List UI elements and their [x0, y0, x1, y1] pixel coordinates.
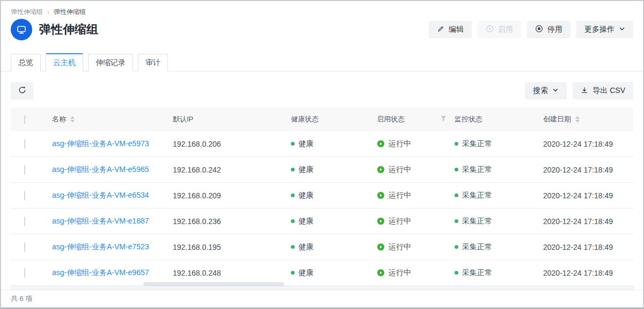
- header-health-label: 健康状态: [291, 115, 319, 123]
- edit-button-label: 编辑: [449, 25, 464, 34]
- green-dot-icon: [291, 168, 295, 171]
- disable-button-label: 停用: [547, 25, 562, 34]
- health-status: 健康: [291, 139, 377, 149]
- more-actions-label: 更多操作: [584, 25, 614, 34]
- header-ip-label: 默认IP: [173, 115, 193, 123]
- horizontal-scrollbar-thumb[interactable]: [143, 282, 284, 286]
- row-checkbox[interactable]: [24, 191, 25, 200]
- green-dot-icon: [291, 245, 295, 249]
- vm-ip: 192.168.0.209: [173, 191, 291, 200]
- monitor-status: 采集正常: [455, 139, 543, 149]
- header-name: 名称: [52, 114, 173, 124]
- sort-icon[interactable]: [575, 116, 580, 123]
- breadcrumb-item-root[interactable]: 弹性伸缩组: [11, 8, 43, 17]
- refresh-icon: [18, 86, 26, 96]
- table-row: asg-伸缩组-业务A-VM-e5973 192.168.0.206 健康 运行…: [11, 131, 633, 157]
- running-play-icon: [377, 217, 385, 225]
- vm-name-link[interactable]: asg-伸缩组-业务A-VM-e5973: [52, 139, 149, 149]
- vm-ip: 192.168.0.206: [173, 140, 291, 148]
- green-dot-icon: [455, 168, 458, 171]
- enabled-status: 运行中: [377, 268, 411, 278]
- green-dot-icon: [455, 245, 458, 249]
- created-date: 2020-12-24 17:18:49: [543, 140, 635, 148]
- tab-overview[interactable]: 总览: [11, 54, 41, 71]
- tab-overview-label: 总览: [18, 58, 33, 68]
- row-checkbox[interactable]: [24, 139, 25, 149]
- running-play-icon: [377, 166, 385, 174]
- enable-button[interactable]: 启用: [478, 21, 521, 38]
- vm-name-link[interactable]: asg-伸缩组-业务A-VM-e1887: [52, 217, 149, 226]
- row-checkbox[interactable]: [24, 242, 25, 252]
- table-row: asg-伸缩组-业务A-VM-e6534 192.168.0.209 健康 运行…: [11, 183, 633, 209]
- enabled-status: 运行中: [377, 191, 411, 200]
- green-dot-icon: [291, 271, 295, 275]
- vm-table: 名称 默认IP 健康状态 启用状态 监控状态 创建日期: [11, 107, 633, 286]
- page-title: 弹性伸缩组: [39, 21, 98, 38]
- green-dot-icon: [455, 193, 458, 197]
- enabled-status: 运行中: [377, 165, 411, 175]
- play-circle-icon: [486, 25, 494, 34]
- running-play-icon: [377, 243, 385, 251]
- monitor-status: 采集正常: [455, 268, 543, 278]
- monitor-icon: [11, 19, 32, 40]
- header-health: 健康状态: [291, 114, 377, 124]
- green-dot-icon: [455, 271, 458, 275]
- chevron-down-icon: [619, 25, 625, 34]
- header-ip: 默认IP: [173, 114, 291, 124]
- monitor-status: 采集正常: [455, 165, 543, 175]
- vm-name-link[interactable]: asg-伸缩组-业务A-VM-e6534: [52, 191, 149, 200]
- green-dot-icon: [291, 219, 295, 223]
- more-actions-button[interactable]: 更多操作: [576, 21, 633, 38]
- created-date: 2020-12-24 17:18:49: [543, 217, 635, 226]
- select-all-checkbox[interactable]: [24, 115, 25, 124]
- running-play-icon: [377, 269, 385, 277]
- created-date: 2020-12-24 17:18:49: [543, 269, 635, 277]
- health-status: 健康: [291, 217, 377, 226]
- tab-cloud-hosts[interactable]: 云主机: [46, 53, 83, 71]
- refresh-button[interactable]: [11, 82, 33, 99]
- funnel-icon[interactable]: [440, 115, 447, 124]
- green-dot-icon: [291, 193, 295, 197]
- tab-audit[interactable]: 审计: [138, 54, 168, 71]
- vm-ip: 192.168.0.195: [173, 243, 291, 251]
- tab-scaling-records[interactable]: 伸缩记录: [88, 54, 133, 71]
- vm-name-link[interactable]: asg-伸缩组-业务A-VM-e5965: [52, 165, 149, 175]
- tab-scaling-records-label: 伸缩记录: [96, 58, 126, 68]
- health-status: 健康: [291, 242, 377, 252]
- disable-button[interactable]: 停用: [527, 21, 570, 38]
- breadcrumb-item-current: 弹性伸缩组: [54, 8, 86, 17]
- header-name-label: 名称: [52, 114, 66, 124]
- stop-circle-icon: [535, 25, 543, 34]
- breadcrumb: 弹性伸缩组 › 弹性伸缩组: [1, 1, 643, 17]
- header-checkbox-cell: [11, 116, 52, 124]
- table-footer: 共 6 项: [1, 290, 643, 307]
- sort-icon[interactable]: [70, 116, 75, 123]
- row-checkbox[interactable]: [24, 217, 25, 226]
- table-row: asg-伸缩组-业务A-VM-e1887 192.168.0.236 健康 运行…: [11, 209, 633, 234]
- toolbar-right-group: 搜索 导出 CSV: [525, 82, 633, 99]
- table-row: asg-伸缩组-业务A-VM-e5965 192.168.0.242 健康 运行…: [11, 157, 633, 183]
- breadcrumb-separator: ›: [47, 9, 49, 16]
- header-created-label: 创建日期: [543, 114, 571, 124]
- green-dot-icon: [291, 142, 295, 146]
- export-csv-button[interactable]: 导出 CSV: [573, 82, 633, 99]
- edit-button[interactable]: 编辑: [429, 21, 472, 38]
- enable-button-label: 启用: [498, 25, 513, 34]
- monitor-status: 采集正常: [455, 242, 543, 252]
- row-checkbox[interactable]: [24, 268, 25, 278]
- enabled-status: 运行中: [377, 242, 411, 252]
- search-dropdown-button[interactable]: 搜索: [525, 82, 567, 99]
- vm-name-link[interactable]: asg-伸缩组-业务A-VM-e7523: [52, 242, 149, 252]
- created-date: 2020-12-24 17:18:49: [543, 166, 635, 174]
- green-dot-icon: [455, 142, 458, 146]
- vm-name-link[interactable]: asg-伸缩组-业务A-VM-e9657: [52, 268, 149, 278]
- table-header-row: 名称 默认IP 健康状态 启用状态 监控状态 创建日期: [11, 107, 633, 131]
- running-play-icon: [377, 191, 385, 199]
- vm-ip: 192.168.0.242: [173, 166, 291, 174]
- row-checkbox[interactable]: [24, 165, 25, 175]
- header-enabled: 启用状态: [377, 114, 455, 124]
- search-label: 搜索: [533, 86, 548, 96]
- health-status: 健康: [291, 191, 377, 200]
- total-count: 共 6 项: [11, 294, 32, 304]
- health-status: 健康: [291, 165, 377, 175]
